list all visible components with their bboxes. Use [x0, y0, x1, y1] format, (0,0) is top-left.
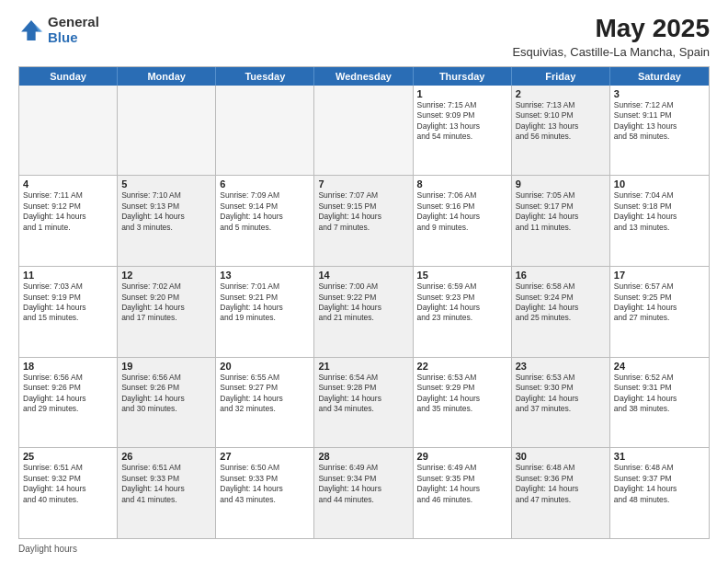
month-title: May 2025 [512, 15, 710, 43]
day-number: 24 [614, 361, 705, 372]
page: General Blue May 2025 Esquivias, Castill… [0, 0, 728, 563]
day-info: Sunrise: 7:10 AM Sunset: 9:13 PM Dayligh… [121, 190, 211, 233]
calendar-cell: 27Sunrise: 6:50 AM Sunset: 9:33 PM Dayli… [216, 448, 314, 538]
day-number: 28 [318, 451, 408, 462]
calendar-row: 1Sunrise: 7:15 AM Sunset: 9:09 PM Daylig… [19, 86, 709, 176]
calendar-cell: 10Sunrise: 7:04 AM Sunset: 9:18 PM Dayli… [610, 176, 709, 266]
day-number: 21 [318, 361, 408, 372]
day-number: 10 [614, 178, 705, 190]
calendar-cell: 31Sunrise: 6:48 AM Sunset: 9:37 PM Dayli… [610, 448, 709, 538]
calendar-cell: 18Sunrise: 6:56 AM Sunset: 9:26 PM Dayli… [19, 358, 118, 448]
logo-general-text: General [48, 14, 99, 29]
day-number: 26 [121, 451, 211, 462]
calendar-cell: 5Sunrise: 7:10 AM Sunset: 9:13 PM Daylig… [118, 176, 216, 266]
day-number: 11 [23, 270, 113, 281]
calendar-cell: 21Sunrise: 6:54 AM Sunset: 9:28 PM Dayli… [314, 358, 413, 448]
calendar-cell [19, 86, 118, 176]
day-info: Sunrise: 7:00 AM Sunset: 9:22 PM Dayligh… [318, 282, 408, 324]
day-number: 6 [220, 178, 310, 190]
day-info: Sunrise: 6:58 AM Sunset: 9:24 PM Dayligh… [516, 282, 606, 324]
day-number: 19 [121, 361, 211, 372]
day-number: 16 [516, 270, 606, 281]
calendar-cell: 13Sunrise: 7:01 AM Sunset: 9:21 PM Dayli… [216, 267, 314, 357]
calendar-header: SundayMondayTuesdayWednesdayThursdayFrid… [19, 67, 709, 86]
day-number: 23 [516, 361, 606, 372]
calendar-cell: 11Sunrise: 7:03 AM Sunset: 9:19 PM Dayli… [19, 267, 118, 357]
day-number: 17 [614, 270, 705, 281]
calendar-cell [216, 86, 314, 176]
day-number: 27 [220, 451, 310, 462]
calendar-cell: 29Sunrise: 6:49 AM Sunset: 9:35 PM Dayli… [414, 448, 512, 538]
day-info: Sunrise: 6:50 AM Sunset: 9:33 PM Dayligh… [220, 463, 310, 505]
calendar-cell: 28Sunrise: 6:49 AM Sunset: 9:34 PM Dayli… [314, 448, 413, 538]
day-info: Sunrise: 6:51 AM Sunset: 9:32 PM Dayligh… [23, 463, 113, 505]
day-number: 15 [417, 270, 507, 281]
day-info: Sunrise: 7:13 AM Sunset: 9:10 PM Dayligh… [516, 100, 606, 143]
day-number: 5 [121, 178, 211, 190]
day-number: 29 [417, 451, 507, 462]
calendar: SundayMondayTuesdayWednesdayThursdayFrid… [18, 66, 710, 539]
day-info: Sunrise: 7:15 AM Sunset: 9:09 PM Dayligh… [417, 100, 507, 143]
calendar-row: 25Sunrise: 6:51 AM Sunset: 9:32 PM Dayli… [19, 447, 709, 538]
day-number: 1 [417, 88, 507, 99]
calendar-cell: 25Sunrise: 6:51 AM Sunset: 9:32 PM Dayli… [19, 448, 118, 538]
day-info: Sunrise: 6:54 AM Sunset: 9:28 PM Dayligh… [318, 373, 408, 415]
calendar-header-cell: Friday [512, 67, 610, 86]
calendar-header-cell: Monday [118, 67, 216, 86]
footer-text: Daylight hours [18, 544, 77, 554]
calendar-header-cell: Saturday [610, 67, 709, 86]
day-number: 4 [23, 178, 113, 190]
calendar-cell: 14Sunrise: 7:00 AM Sunset: 9:22 PM Dayli… [314, 267, 413, 357]
calendar-cell: 7Sunrise: 7:07 AM Sunset: 9:15 PM Daylig… [314, 176, 413, 266]
day-info: Sunrise: 6:53 AM Sunset: 9:30 PM Dayligh… [516, 373, 606, 415]
calendar-header-cell: Sunday [19, 67, 118, 86]
calendar-row: 11Sunrise: 7:03 AM Sunset: 9:19 PM Dayli… [19, 266, 709, 357]
calendar-cell: 30Sunrise: 6:48 AM Sunset: 9:36 PM Dayli… [512, 448, 610, 538]
calendar-cell: 16Sunrise: 6:58 AM Sunset: 9:24 PM Dayli… [512, 267, 610, 357]
calendar-cell: 4Sunrise: 7:11 AM Sunset: 9:12 PM Daylig… [19, 176, 118, 266]
calendar-cell [118, 86, 216, 176]
calendar-cell: 1Sunrise: 7:15 AM Sunset: 9:09 PM Daylig… [414, 86, 512, 176]
calendar-cell: 17Sunrise: 6:57 AM Sunset: 9:25 PM Dayli… [610, 267, 709, 357]
calendar-cell: 20Sunrise: 6:55 AM Sunset: 9:27 PM Dayli… [216, 358, 314, 448]
day-info: Sunrise: 6:48 AM Sunset: 9:37 PM Dayligh… [614, 463, 705, 505]
calendar-cell: 26Sunrise: 6:51 AM Sunset: 9:33 PM Dayli… [118, 448, 216, 538]
day-number: 8 [417, 178, 507, 190]
calendar-cell [314, 86, 413, 176]
calendar-cell: 6Sunrise: 7:09 AM Sunset: 9:14 PM Daylig… [216, 176, 314, 266]
day-info: Sunrise: 6:53 AM Sunset: 9:29 PM Dayligh… [417, 373, 507, 415]
calendar-cell: 2Sunrise: 7:13 AM Sunset: 9:10 PM Daylig… [512, 86, 610, 176]
day-number: 22 [417, 361, 507, 372]
day-number: 7 [318, 178, 408, 190]
logo-blue-text: Blue [48, 29, 78, 45]
day-number: 30 [516, 451, 606, 462]
calendar-cell: 8Sunrise: 7:06 AM Sunset: 9:16 PM Daylig… [414, 176, 512, 266]
calendar-body: 1Sunrise: 7:15 AM Sunset: 9:09 PM Daylig… [19, 86, 709, 538]
day-number: 25 [23, 451, 113, 462]
day-info: Sunrise: 6:51 AM Sunset: 9:33 PM Dayligh… [121, 463, 211, 505]
day-info: Sunrise: 7:07 AM Sunset: 9:15 PM Dayligh… [318, 190, 408, 233]
calendar-cell: 23Sunrise: 6:53 AM Sunset: 9:30 PM Dayli… [512, 358, 610, 448]
day-number: 18 [23, 361, 113, 372]
day-info: Sunrise: 7:09 AM Sunset: 9:14 PM Dayligh… [220, 190, 310, 233]
location: Esquivias, Castille-La Mancha, Spain [512, 45, 710, 59]
day-info: Sunrise: 6:55 AM Sunset: 9:27 PM Dayligh… [220, 373, 310, 415]
day-info: Sunrise: 6:56 AM Sunset: 9:26 PM Dayligh… [23, 373, 113, 415]
calendar-header-cell: Wednesday [314, 67, 413, 86]
day-info: Sunrise: 7:02 AM Sunset: 9:20 PM Dayligh… [121, 282, 211, 324]
day-info: Sunrise: 7:05 AM Sunset: 9:17 PM Dayligh… [516, 190, 606, 233]
calendar-header-cell: Thursday [414, 67, 512, 86]
day-number: 2 [516, 88, 606, 99]
calendar-cell: 24Sunrise: 6:52 AM Sunset: 9:31 PM Dayli… [610, 358, 709, 448]
header: General Blue May 2025 Esquivias, Castill… [18, 15, 710, 59]
calendar-header-cell: Tuesday [216, 67, 314, 86]
day-info: Sunrise: 6:59 AM Sunset: 9:23 PM Dayligh… [417, 282, 507, 324]
day-info: Sunrise: 7:04 AM Sunset: 9:18 PM Dayligh… [614, 190, 705, 233]
day-info: Sunrise: 7:11 AM Sunset: 9:12 PM Dayligh… [23, 190, 113, 233]
title-block: May 2025 Esquivias, Castille-La Mancha, … [512, 15, 710, 59]
day-number: 13 [220, 270, 310, 281]
day-info: Sunrise: 6:49 AM Sunset: 9:34 PM Dayligh… [318, 463, 408, 505]
calendar-cell: 9Sunrise: 7:05 AM Sunset: 9:17 PM Daylig… [512, 176, 610, 266]
calendar-cell: 22Sunrise: 6:53 AM Sunset: 9:29 PM Dayli… [414, 358, 512, 448]
day-info: Sunrise: 7:03 AM Sunset: 9:19 PM Dayligh… [23, 282, 113, 324]
